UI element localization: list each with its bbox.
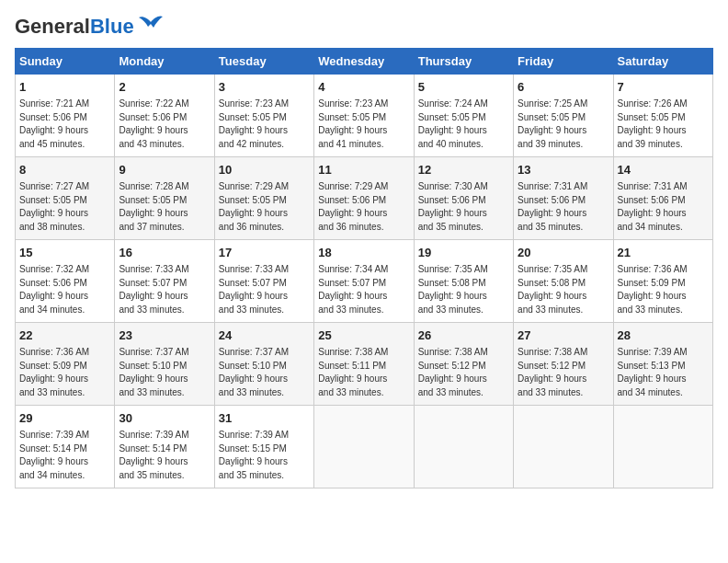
calendar-week-row: 22Sunrise: 7:36 AMSunset: 5:09 PMDayligh… xyxy=(16,323,713,406)
calendar-header-row: SundayMondayTuesdayWednesdayThursdayFrid… xyxy=(16,49,713,75)
day-number: 17 xyxy=(219,245,310,261)
calendar-cell: 27Sunrise: 7:38 AMSunset: 5:12 PMDayligh… xyxy=(514,323,613,406)
calendar-cell: 11Sunrise: 7:29 AMSunset: 5:06 PMDayligh… xyxy=(314,157,414,240)
column-header-wednesday: Wednesday xyxy=(314,49,414,75)
calendar-cell: 17Sunrise: 7:33 AMSunset: 5:07 PMDayligh… xyxy=(214,240,313,323)
day-number: 26 xyxy=(418,327,509,344)
calendar-cell: 19Sunrise: 7:35 AMSunset: 5:08 PMDayligh… xyxy=(414,240,513,323)
day-info: Sunrise: 7:29 AMSunset: 5:05 PMDaylight:… xyxy=(219,180,310,234)
day-number: 4 xyxy=(318,79,409,96)
day-info: Sunrise: 7:27 AMSunset: 5:05 PMDaylight:… xyxy=(19,180,110,234)
calendar-cell xyxy=(314,406,414,488)
day-info: Sunrise: 7:36 AMSunset: 5:09 PMDaylight:… xyxy=(618,263,709,316)
day-number: 23 xyxy=(119,327,210,344)
day-info: Sunrise: 7:39 AMSunset: 5:13 PMDaylight:… xyxy=(618,346,709,399)
calendar-cell: 12Sunrise: 7:30 AMSunset: 5:06 PMDayligh… xyxy=(414,157,513,240)
day-number: 19 xyxy=(418,245,509,261)
day-info: Sunrise: 7:21 AMSunset: 5:06 PMDaylight:… xyxy=(19,98,110,151)
day-info: Sunrise: 7:32 AMSunset: 5:06 PMDaylight:… xyxy=(19,263,110,316)
day-number: 2 xyxy=(119,79,210,96)
day-number: 21 xyxy=(618,245,709,261)
day-info: Sunrise: 7:28 AMSunset: 5:05 PMDaylight:… xyxy=(119,180,210,234)
day-number: 9 xyxy=(119,162,210,178)
day-info: Sunrise: 7:22 AMSunset: 5:06 PMDaylight:… xyxy=(119,98,210,151)
calendar-cell: 20Sunrise: 7:35 AMSunset: 5:08 PMDayligh… xyxy=(514,240,613,323)
day-info: Sunrise: 7:34 AMSunset: 5:07 PMDaylight:… xyxy=(318,263,409,316)
calendar-cell: 14Sunrise: 7:31 AMSunset: 5:06 PMDayligh… xyxy=(613,157,712,240)
calendar-cell: 16Sunrise: 7:33 AMSunset: 5:07 PMDayligh… xyxy=(115,240,214,323)
day-number: 29 xyxy=(19,410,110,427)
day-number: 25 xyxy=(318,327,409,344)
day-info: Sunrise: 7:37 AMSunset: 5:10 PMDaylight:… xyxy=(219,346,310,399)
logo: GeneralBlue xyxy=(15,15,165,39)
calendar-week-row: 8Sunrise: 7:27 AMSunset: 5:05 PMDaylight… xyxy=(16,157,713,240)
day-info: Sunrise: 7:35 AMSunset: 5:08 PMDaylight:… xyxy=(418,263,509,316)
calendar-cell xyxy=(613,406,712,488)
day-number: 31 xyxy=(219,410,310,427)
calendar-cell: 6Sunrise: 7:25 AMSunset: 5:05 PMDaylight… xyxy=(514,75,613,157)
calendar-cell: 10Sunrise: 7:29 AMSunset: 5:05 PMDayligh… xyxy=(214,157,313,240)
column-header-tuesday: Tuesday xyxy=(214,49,313,75)
day-info: Sunrise: 7:30 AMSunset: 5:06 PMDaylight:… xyxy=(418,180,509,234)
day-info: Sunrise: 7:39 AMSunset: 5:14 PMDaylight:… xyxy=(19,429,110,482)
calendar-cell: 30Sunrise: 7:39 AMSunset: 5:14 PMDayligh… xyxy=(115,406,214,488)
calendar-cell: 2Sunrise: 7:22 AMSunset: 5:06 PMDaylight… xyxy=(115,75,214,157)
day-info: Sunrise: 7:38 AMSunset: 5:12 PMDaylight:… xyxy=(518,346,609,399)
day-number: 24 xyxy=(219,327,310,344)
calendar-week-row: 29Sunrise: 7:39 AMSunset: 5:14 PMDayligh… xyxy=(16,406,713,488)
calendar-cell: 26Sunrise: 7:38 AMSunset: 5:12 PMDayligh… xyxy=(414,323,513,406)
calendar-cell: 31Sunrise: 7:39 AMSunset: 5:15 PMDayligh… xyxy=(214,406,313,488)
day-info: Sunrise: 7:23 AMSunset: 5:05 PMDaylight:… xyxy=(219,98,310,151)
day-info: Sunrise: 7:38 AMSunset: 5:12 PMDaylight:… xyxy=(418,346,509,399)
day-info: Sunrise: 7:38 AMSunset: 5:11 PMDaylight:… xyxy=(318,346,409,399)
day-number: 8 xyxy=(19,162,110,178)
calendar-cell: 21Sunrise: 7:36 AMSunset: 5:09 PMDayligh… xyxy=(613,240,712,323)
calendar-cell xyxy=(514,406,613,488)
day-number: 1 xyxy=(19,79,110,96)
column-header-monday: Monday xyxy=(115,49,214,75)
logo-bird-icon xyxy=(137,15,165,35)
day-number: 12 xyxy=(418,162,509,178)
calendar-cell: 22Sunrise: 7:36 AMSunset: 5:09 PMDayligh… xyxy=(16,323,115,406)
day-info: Sunrise: 7:25 AMSunset: 5:05 PMDaylight:… xyxy=(518,98,609,151)
column-header-thursday: Thursday xyxy=(414,49,513,75)
day-info: Sunrise: 7:31 AMSunset: 5:06 PMDaylight:… xyxy=(518,180,609,234)
day-number: 22 xyxy=(19,327,110,344)
calendar-cell: 4Sunrise: 7:23 AMSunset: 5:05 PMDaylight… xyxy=(314,75,414,157)
calendar-cell: 29Sunrise: 7:39 AMSunset: 5:14 PMDayligh… xyxy=(16,406,115,488)
day-number: 20 xyxy=(518,245,609,261)
day-info: Sunrise: 7:23 AMSunset: 5:05 PMDaylight:… xyxy=(318,98,409,151)
calendar-week-row: 1Sunrise: 7:21 AMSunset: 5:06 PMDaylight… xyxy=(16,75,713,157)
calendar-cell: 3Sunrise: 7:23 AMSunset: 5:05 PMDaylight… xyxy=(214,75,313,157)
day-number: 11 xyxy=(318,162,409,178)
day-info: Sunrise: 7:31 AMSunset: 5:06 PMDaylight:… xyxy=(618,180,709,234)
calendar-cell: 7Sunrise: 7:26 AMSunset: 5:05 PMDaylight… xyxy=(613,75,712,157)
calendar-cell: 9Sunrise: 7:28 AMSunset: 5:05 PMDaylight… xyxy=(115,157,214,240)
calendar-cell: 8Sunrise: 7:27 AMSunset: 5:05 PMDaylight… xyxy=(16,157,115,240)
day-number: 6 xyxy=(518,79,609,96)
page-header: GeneralBlue xyxy=(15,15,713,39)
day-info: Sunrise: 7:24 AMSunset: 5:05 PMDaylight:… xyxy=(418,98,509,151)
day-number: 27 xyxy=(518,327,609,344)
calendar-cell: 15Sunrise: 7:32 AMSunset: 5:06 PMDayligh… xyxy=(16,240,115,323)
calendar-week-row: 15Sunrise: 7:32 AMSunset: 5:06 PMDayligh… xyxy=(16,240,713,323)
day-number: 15 xyxy=(19,245,110,261)
calendar-cell: 18Sunrise: 7:34 AMSunset: 5:07 PMDayligh… xyxy=(314,240,414,323)
day-number: 3 xyxy=(219,79,310,96)
calendar-cell: 25Sunrise: 7:38 AMSunset: 5:11 PMDayligh… xyxy=(314,323,414,406)
calendar-cell xyxy=(414,406,513,488)
day-info: Sunrise: 7:29 AMSunset: 5:06 PMDaylight:… xyxy=(318,180,409,234)
day-info: Sunrise: 7:33 AMSunset: 5:07 PMDaylight:… xyxy=(219,263,310,316)
column-header-friday: Friday xyxy=(514,49,613,75)
day-number: 5 xyxy=(418,79,509,96)
day-info: Sunrise: 7:36 AMSunset: 5:09 PMDaylight:… xyxy=(19,346,110,399)
calendar-cell: 1Sunrise: 7:21 AMSunset: 5:06 PMDaylight… xyxy=(16,75,115,157)
logo-text: GeneralBlue xyxy=(15,15,134,39)
calendar-cell: 13Sunrise: 7:31 AMSunset: 5:06 PMDayligh… xyxy=(514,157,613,240)
column-header-sunday: Sunday xyxy=(16,49,115,75)
calendar-cell: 23Sunrise: 7:37 AMSunset: 5:10 PMDayligh… xyxy=(115,323,214,406)
day-info: Sunrise: 7:39 AMSunset: 5:15 PMDaylight:… xyxy=(219,429,310,482)
calendar-cell: 24Sunrise: 7:37 AMSunset: 5:10 PMDayligh… xyxy=(214,323,313,406)
day-number: 18 xyxy=(318,245,409,261)
day-info: Sunrise: 7:39 AMSunset: 5:14 PMDaylight:… xyxy=(119,429,210,482)
